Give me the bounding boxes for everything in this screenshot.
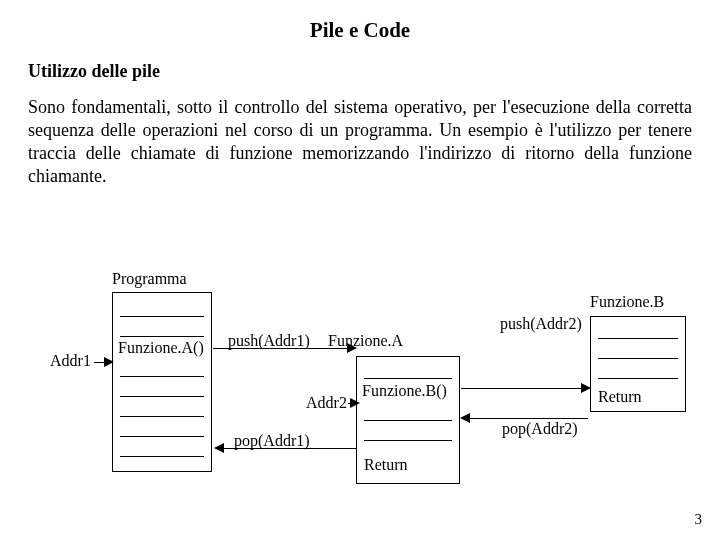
call-funzione-b: Funzione.B() xyxy=(362,382,447,400)
blank-line xyxy=(120,376,204,377)
arrowhead-icon xyxy=(104,357,114,367)
label-pop2: pop(Addr2) xyxy=(502,420,578,438)
label-funzione-a-title: Funzione.A xyxy=(328,332,403,350)
label-addr2: Addr2 xyxy=(306,394,347,412)
page-title: Pile e Code xyxy=(0,0,720,43)
label-programma: Programma xyxy=(112,270,187,288)
call-funzione-a: Funzione.A() xyxy=(118,339,204,357)
blank-line xyxy=(364,420,452,421)
blank-line xyxy=(120,316,204,317)
body-paragraph: Sono fondamentali, sotto il controllo de… xyxy=(0,82,720,188)
blank-line xyxy=(120,416,204,417)
box-programma xyxy=(112,292,212,472)
blank-line xyxy=(364,440,452,441)
section-heading: Utilizzo delle pile xyxy=(0,43,720,82)
blank-line xyxy=(598,338,678,339)
label-return-b: Return xyxy=(598,388,642,406)
arrow-a-to-programma xyxy=(222,448,356,449)
blank-line xyxy=(598,358,678,359)
blank-line xyxy=(120,396,204,397)
label-push2: push(Addr2) xyxy=(500,315,582,333)
arrow-b-to-a xyxy=(468,418,588,419)
blank-line xyxy=(120,436,204,437)
arrow-a-to-b xyxy=(461,388,585,389)
blank-line xyxy=(598,378,678,379)
page-number: 3 xyxy=(695,511,703,528)
arrowhead-icon xyxy=(460,413,470,423)
arrowhead-icon xyxy=(350,398,360,408)
blank-line xyxy=(120,336,204,337)
label-addr1: Addr1 xyxy=(50,352,91,370)
blank-line xyxy=(120,456,204,457)
label-funzione-b-title: Funzione.B xyxy=(590,293,664,311)
blank-line xyxy=(364,378,452,379)
label-return-a: Return xyxy=(364,456,408,474)
arrowhead-icon xyxy=(214,443,224,453)
